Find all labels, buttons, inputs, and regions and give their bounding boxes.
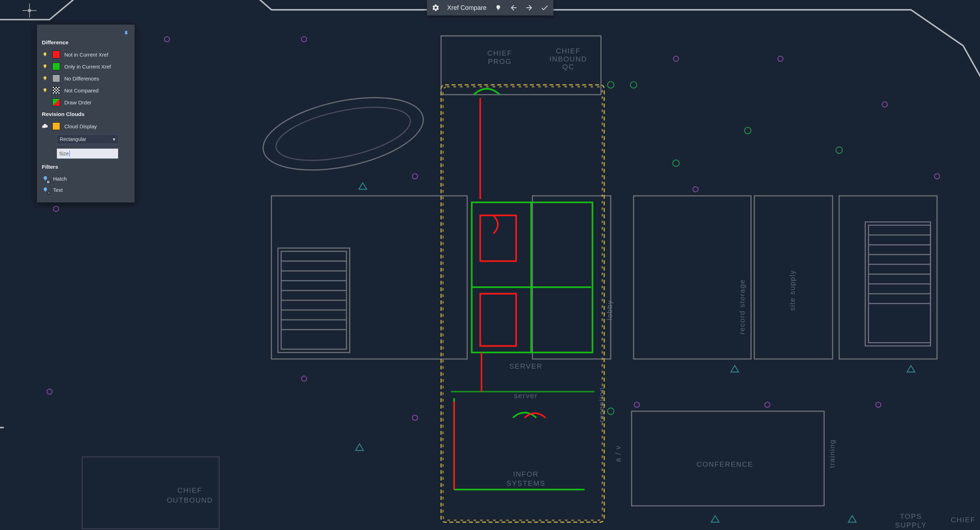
- svg-rect-8: [441, 36, 601, 94]
- svg-text:site supply: site supply: [789, 270, 796, 311]
- legend-label: Only in Current Xref: [64, 64, 111, 70]
- legend-not-compared[interactable]: Not Compared: [42, 84, 130, 96]
- svg-text:OUTBOUND: OUTBOUND: [167, 496, 213, 504]
- svg-text:CHIEF: CHIEF: [177, 486, 202, 494]
- settings-button[interactable]: [430, 2, 441, 13]
- previous-change-button[interactable]: [508, 2, 519, 13]
- svg-text:SERVER: SERVER: [509, 362, 542, 370]
- next-change-button[interactable]: [524, 2, 535, 13]
- svg-rect-6: [839, 196, 937, 359]
- filter-label: Text: [53, 187, 63, 193]
- cloud-size-row: Size: [42, 146, 130, 161]
- svg-text:INFOR: INFOR: [513, 470, 539, 478]
- svg-rect-4: [633, 196, 751, 359]
- compare-settings-panel: Difference Not in Current Xref Only in C…: [37, 25, 135, 202]
- svg-point-34: [412, 173, 418, 179]
- svg-text:INBOUND: INBOUND: [550, 55, 587, 63]
- legend-label: Not Compared: [64, 88, 99, 94]
- legend-draw-order[interactable]: Draw Order: [42, 96, 130, 108]
- svg-text:CONFERENCE: CONFERENCE: [697, 460, 753, 468]
- svg-text:CHIEF: CHIEF: [951, 516, 976, 524]
- swatch-checker[interactable]: [52, 86, 60, 94]
- svg-point-44: [876, 402, 881, 407]
- legend-label: Not in Current Xref: [64, 52, 108, 57]
- text-sub-icon: A: [48, 191, 50, 195]
- bulb-icon[interactable]: [42, 63, 48, 70]
- filter-label: Hatch: [53, 176, 67, 182]
- svg-text:CHIEF: CHIEF: [487, 49, 512, 57]
- toolbar-title: Xref Compare: [445, 4, 488, 11]
- filter-hatch[interactable]: ▦ Hatch: [42, 173, 130, 184]
- svg-point-45: [47, 389, 52, 394]
- svg-text:a / v: a / v: [614, 445, 622, 462]
- svg-point-37: [882, 102, 888, 107]
- legend-label: Draw Order: [64, 99, 92, 105]
- xref-compare-toolbar: Xref Compare: [426, 0, 553, 16]
- svg-text:reception: reception: [598, 387, 606, 422]
- svg-point-49: [836, 147, 843, 154]
- bulb-hatch-icon[interactable]: ▦: [42, 175, 49, 182]
- svg-text:TOPS: TOPS: [900, 512, 922, 520]
- svg-point-35: [673, 56, 679, 62]
- bulb-icon[interactable]: [42, 51, 48, 57]
- svg-text:record storage: record storage: [738, 279, 746, 334]
- accept-button[interactable]: [539, 2, 550, 13]
- svg-text:SYSTEMS: SYSTEMS: [506, 479, 545, 487]
- legend-no-diff[interactable]: No Differences: [42, 72, 130, 84]
- pushpin-icon[interactable]: [123, 30, 130, 37]
- swatch-yellow[interactable]: [52, 122, 60, 130]
- chevron-down-icon: ▾: [113, 136, 115, 142]
- ucs-crosshair-icon: [22, 3, 37, 18]
- svg-text:SUPPLY: SUPPLY: [895, 521, 927, 529]
- legend-not-in-current[interactable]: Not in Current Xref: [42, 48, 130, 60]
- svg-point-39: [693, 187, 698, 192]
- svg-point-32: [164, 37, 170, 42]
- svg-point-42: [634, 402, 640, 407]
- svg-rect-1: [271, 196, 467, 359]
- section-heading-difference: Difference: [42, 39, 130, 46]
- svg-text:PROG: PROG: [488, 57, 512, 65]
- swatch-gray[interactable]: [52, 75, 60, 82]
- bulb-icon[interactable]: [42, 87, 48, 94]
- svg-point-30: [271, 97, 415, 170]
- svg-text:training: training: [828, 439, 836, 468]
- swatch-red[interactable]: [52, 51, 60, 58]
- svg-point-40: [301, 376, 307, 381]
- section-heading-filters: Filters: [42, 164, 130, 170]
- svg-rect-9: [632, 411, 824, 506]
- svg-text:QC: QC: [562, 63, 574, 71]
- swatch-green[interactable]: [52, 62, 60, 70]
- svg-rect-60: [480, 294, 516, 346]
- svg-point-50: [673, 160, 679, 167]
- hatch-sub-icon: ▦: [46, 180, 50, 183]
- svg-point-43: [765, 402, 770, 407]
- svg-point-48: [745, 127, 751, 134]
- toggle-visibility-button[interactable]: [493, 2, 504, 13]
- swatch-draw-order[interactable]: [52, 99, 60, 106]
- svg-point-46: [608, 81, 614, 88]
- select-value: Rectangular: [60, 136, 86, 142]
- cloud-size-input[interactable]: Size: [57, 148, 118, 159]
- bulb-text-icon[interactable]: A: [42, 186, 49, 193]
- svg-point-29: [256, 85, 430, 183]
- svg-text:server: server: [514, 392, 538, 399]
- cloud-shape-select[interactable]: Rectangular ▾: [57, 134, 118, 144]
- cloud-display-row[interactable]: Cloud Display: [42, 120, 130, 132]
- cloud-shape-row: Rectangular ▾: [42, 132, 130, 146]
- svg-point-51: [608, 408, 614, 415]
- filter-text[interactable]: A Text: [42, 184, 130, 196]
- svg-point-36: [778, 56, 783, 62]
- svg-point-31: [53, 206, 59, 212]
- svg-rect-52: [441, 85, 604, 522]
- svg-point-38: [934, 173, 940, 179]
- bulb-icon[interactable]: [42, 75, 48, 81]
- svg-text:CHIEF: CHIEF: [556, 47, 581, 55]
- drawing-canvas[interactable]: CHIEFPROG CHIEFINBOUNDQC lobby record st…: [0, 0, 980, 530]
- svg-text:lobby: lobby: [606, 300, 614, 320]
- legend-label: No Differences: [64, 76, 99, 81]
- cloud-display-label: Cloud Display: [64, 123, 97, 129]
- legend-only-in-current[interactable]: Only in Current Xref: [42, 60, 130, 72]
- cloud-toggle-icon[interactable]: [42, 123, 48, 129]
- text-caret: [69, 150, 70, 157]
- svg-rect-3: [532, 196, 611, 359]
